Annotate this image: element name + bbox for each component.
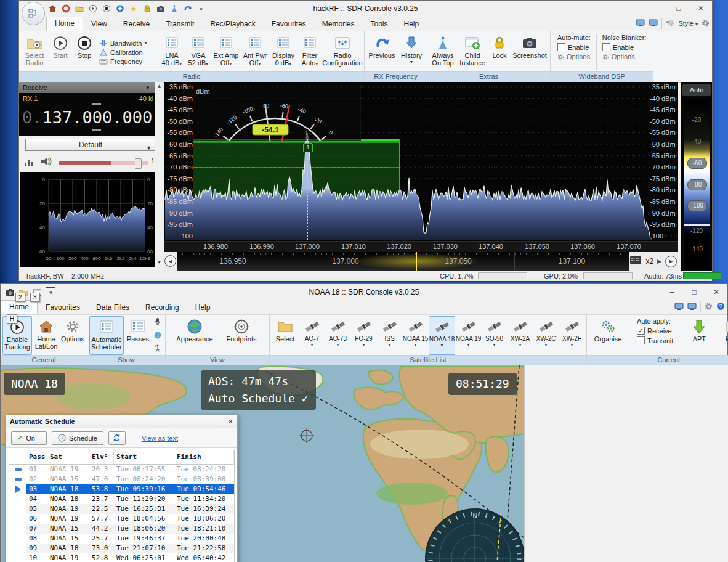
life-ring-icon[interactable] [61,4,70,14]
speaker-icon[interactable] [40,156,52,169]
microphone-icon[interactable] [154,317,161,328]
passes-button[interactable]: Passes [124,316,152,355]
play-icon[interactable] [88,4,97,14]
favourite-star-icon[interactable]: ★ [129,4,138,14]
tuning-digit-mark[interactable] [92,103,101,105]
receive-panel-header[interactable]: Receive ▾ ✕ [19,82,163,93]
lna-dropdown[interactable]: LNA 40 dB▾ [159,33,185,71]
schedule-row[interactable]: 04NOAA 1823.7Tue 11:20:20Tue 11:34:20 [9,494,234,504]
view-as-text-link[interactable]: View as text [142,434,178,442]
sheep-icon[interactable] [666,19,674,28]
band-scroll-right-button[interactable]: ► [665,256,677,267]
frequency-menu[interactable]: Frequency [99,58,156,65]
audio-spectrum-panel[interactable]: 0 20 40 60 0 20 40 60 50 100 200 400 800… [20,172,155,267]
gear-icon[interactable] [705,303,713,312]
tab-recording[interactable]: Recording [137,301,187,314]
select-radio-button[interactable]: Select Radio [21,33,48,71]
titlebar-hackrf[interactable]: ★ ▾ hackRF :: SDR Console v3.0.25 – □ ✕ [19,1,712,17]
minimize-button[interactable]: – [645,1,668,17]
monitor-icon[interactable] [649,19,658,28]
schedule-on-button[interactable]: ✓ On [11,431,47,445]
keypad-icon[interactable] [629,255,642,267]
help-icon[interactable]: ? [716,302,725,312]
camera-icon[interactable] [156,4,165,14]
tab-home[interactable]: Home [1,300,38,314]
schedule-row[interactable]: 02NOAA 1547.0Tue 08:24:20Tue 08:39:08 [9,474,234,484]
auto-mute-options-button[interactable]: Options [557,53,591,60]
tab-help[interactable]: Help [396,18,427,31]
options-button[interactable]: Options [60,316,85,355]
satellite-ao7-button[interactable]: AO-7▾ [299,316,325,355]
satellite-xw2f-button[interactable]: XW-2F▾ [559,316,584,355]
tab-rec-playback[interactable]: Rec/Playback [202,18,263,31]
footprints-button[interactable]: Footprints [221,316,262,355]
spectrum-frequency-axis[interactable]: 136.980 136.990 137.000 137.010 137.020 … [164,241,678,252]
appearance-button[interactable]: Appearance [173,316,216,355]
radio-configuration-button[interactable]: Radio Configuration [323,33,362,71]
schedule-table[interactable]: Pass Sat Elv° Start Finish 01NOAA 1920.3… [9,450,235,562]
tab-favourites[interactable]: Favourites [264,18,314,31]
noise-blanker-enable-checkbox[interactable]: Enable [602,43,647,51]
close-icon[interactable]: ✕ [228,415,233,428]
schedule-row[interactable]: 08NOAA 1525.7Tue 19:46:37Tue 20:00:48 [9,534,234,544]
refresh-button[interactable] [108,431,126,445]
tuning-digit-mark[interactable] [92,129,101,131]
lock-icon[interactable] [142,4,152,14]
screenshot-button[interactable]: Screenshot [511,33,548,71]
stop-icon[interactable] [102,4,111,14]
monitor-icon[interactable] [687,303,697,312]
volume-slider[interactable] [59,161,148,165]
minimize-button[interactable]: – [661,284,683,300]
history-dropdown[interactable]: History ▾ [398,33,425,71]
colorbar-auto-button[interactable]: Auto [682,84,711,96]
tab-receive[interactable]: Receive [115,18,158,31]
frequency-display[interactable]: RX 1 40 kHz 0.137.000.000 [19,93,163,136]
scroll-up-icon[interactable]: ▲ [155,82,163,91]
display-dropdown[interactable]: Display 0 dB▾ [270,33,297,71]
organise-button[interactable]: Organise [592,316,624,355]
zoom-expand-icon[interactable]: ▶ [657,258,661,264]
close-button[interactable]: ✕ [705,284,727,300]
satellite-iss-button[interactable]: ISS▾ [377,316,402,355]
colorbar-handle[interactable]: -100 [687,200,707,211]
camera-icon[interactable] [6,288,15,297]
auto-apply-receive-checkbox[interactable]: ✓Receive [637,327,673,335]
band-segments[interactable]: 136.950 137.000 137.050 137.100 [177,252,629,271]
antenna-icon[interactable] [154,343,161,354]
close-button[interactable]: ✕ [690,1,712,17]
satellite-so50-button[interactable]: SO-50▾ [482,316,507,355]
satellite-noaa15-button[interactable]: NOAA 15▾ [403,316,428,355]
auto-mute-enable-checkbox[interactable]: Enable [557,43,591,51]
equalizer-icon[interactable] [24,157,34,169]
home-view-button[interactable]: Home [720,316,728,355]
automatic-scheduler-button[interactable]: Automatic Scheduler [89,316,124,355]
qat-customize-icon[interactable]: ▾ [196,4,206,14]
ant-pwr-dropdown[interactable]: Ant Pwr Off▾ [241,33,269,71]
previous-button[interactable]: Previous [366,33,397,71]
panel-collapse-icon[interactable]: ▾ [146,82,149,93]
home-latlon-button[interactable]: Home Lat/Lon [33,316,60,355]
tab-memories[interactable]: Memories [314,18,363,31]
schedule-panel-title[interactable]: Automatic Schedule ✕ [6,415,237,428]
always-on-top-button[interactable]: Always On Top [429,33,456,71]
schedule-row-selected[interactable]: 03NOAA 1853.8Tue 09:39:16Tue 09:54:46 [9,484,234,494]
tab-transmit[interactable]: Transmit [158,18,202,31]
rx-marker[interactable]: 1 [303,143,313,152]
antenna-cone-icon[interactable] [169,4,179,14]
schedule-row[interactable]: 01NOAA 1920.3Tue 08:17:55Tue 08:24:20 [9,465,234,474]
lock-button[interactable]: Lock [488,33,511,71]
schedule-row[interactable]: 06NOAA 1957.7Tue 18:04:56Tue 18:06:20 [9,514,234,524]
monitor-icon[interactable] [674,303,684,312]
tab-favourites[interactable]: Favourites [38,301,88,314]
calibration-menu[interactable]: Calibration [99,49,156,56]
noise-blanker-options-button[interactable]: Options [602,53,647,60]
satellite-xw2a-button[interactable]: XW-2A▾ [508,316,533,355]
gear-icon[interactable] [702,19,710,28]
schedule-row[interactable]: 09NOAA 1873.0Tue 21:07:10Tue 21:22:58 [9,544,234,553]
filter-dropdown[interactable]: Filter Auto▾ [297,33,322,71]
scroll-down-icon[interactable]: ▼ [155,258,163,267]
vga-dropdown[interactable]: VGA 52 dB▾ [185,33,211,71]
monitor-icon[interactable] [636,19,645,28]
colorbar-handle[interactable]: -60 [687,158,707,169]
schedule-row[interactable]: 10NOAA 1952.8Wed 06:25:01Wed 06:40:42 [9,553,234,562]
